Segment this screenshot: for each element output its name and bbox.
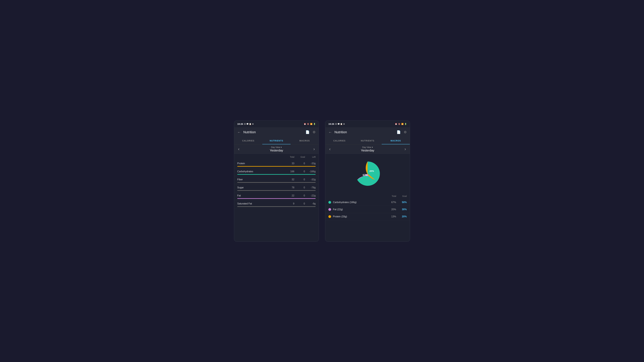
legend-goal-fat: 30%: [396, 208, 407, 211]
nutrient-total: 78: [284, 186, 294, 189]
nutrient-total: 166: [284, 170, 294, 173]
tab-macros[interactable]: MACROS: [290, 137, 319, 144]
legend-label-protein: Protein (33g): [333, 215, 386, 218]
signal-icon: 📶: [310, 123, 312, 125]
doc-icon[interactable]: 📄: [396, 130, 401, 134]
status-time: 19:26: [237, 123, 243, 125]
back-button[interactable]: ←: [328, 130, 332, 134]
settings-icon[interactable]: ⚙: [404, 130, 407, 134]
row-top: Fat 22 0 -22g: [237, 194, 316, 197]
col-total-header: Total: [392, 195, 396, 197]
col-goal-header: Goal: [402, 195, 407, 197]
legend-total-fat: 20%: [386, 208, 396, 211]
page-title: Nutrition: [243, 130, 306, 134]
table-row: Carbohydrates 166 0 -166g: [234, 168, 319, 176]
legend-label-fat: Fat (22g): [333, 208, 386, 211]
nutrient-bar-bg: [237, 166, 316, 167]
status-left: 19:26 🖼 💬 📋: [328, 123, 345, 125]
table-row: Saturated Fat 9 0 -9g: [234, 200, 319, 208]
nutrient-left: -166g: [305, 170, 316, 173]
nutrients-phone: 19:26 🖼 💬 📋 ⏰ 🔇 📶 🔋 ← Nutrition 📄 ⚙ CALO…: [234, 120, 319, 242]
col-left: Left: [305, 156, 316, 158]
legend-total-carbs: 67%: [386, 201, 396, 204]
status-left-icons: 🖼 💬 📋: [244, 123, 251, 125]
tab-macros[interactable]: MACROS: [382, 137, 410, 144]
dropdown-icon: ▾: [372, 146, 373, 148]
nutrient-bar-bg: [237, 190, 316, 191]
nutrient-total: 22: [284, 194, 294, 197]
status-right-icons: ⏰ 🔇 📶 🔋: [304, 123, 316, 125]
nutrient-name: Carbohydrates: [237, 170, 284, 173]
nutrient-bar-fill: [237, 166, 316, 167]
nutrient-goal: 0: [294, 202, 305, 205]
nutrient-left: -32g: [305, 178, 316, 181]
prev-arrow-icon: ‹: [238, 147, 239, 151]
prev-day-button[interactable]: ‹: [234, 147, 243, 151]
pie-chart: 67% 20%: [352, 158, 383, 189]
mute-icon: 🔇: [307, 123, 309, 125]
status-left: 19:26 🖼 💬 📋: [237, 123, 254, 125]
current-date: Yesterday: [243, 149, 310, 152]
macros-legend-row: Fat (22g) 20% 30%: [325, 206, 410, 213]
day-navigator: ‹ Day View ▾ Yesterday ›: [234, 144, 319, 154]
row-top: Protein 33 0 -33g: [237, 162, 316, 165]
macros-legend-row: Carbohydrates (166g) 67% 50%: [325, 199, 410, 206]
nutrient-bar-fill: [237, 182, 316, 183]
nutrient-name: Fiber: [237, 178, 284, 181]
next-day-button[interactable]: ›: [401, 147, 410, 151]
page-title: Nutrition: [334, 130, 396, 134]
col-total: Total: [284, 156, 294, 158]
next-day-button[interactable]: ›: [310, 147, 319, 151]
legend-goal-protein: 20%: [396, 215, 407, 218]
row-top: Fiber 32 0 -32g: [237, 178, 316, 181]
day-display: Day View ▾ Yesterday: [334, 146, 401, 152]
status-dot: [252, 123, 254, 125]
legend-label-carbs: Carbohydrates (166g): [333, 201, 386, 204]
alarm-icon: ⏰: [395, 123, 397, 125]
pie-label-fat: 20%: [370, 170, 374, 172]
legend-color-carbs: [328, 201, 331, 204]
table-row: Fat 22 0 -22g: [234, 192, 319, 200]
macros-phone: 19:26 🖼 💬 📋 ⏰ 🔇 📶 🔋 ← Nutrition 📄 ⚙ CALO…: [325, 120, 410, 242]
pie-slice-carbs: [357, 161, 380, 186]
day-display: Day View ▾ Yesterday: [243, 146, 310, 152]
view-label[interactable]: Day View ▾: [243, 146, 310, 148]
header-icons: 📄 ⚙: [306, 130, 316, 134]
app-header: ← Nutrition 📄 ⚙: [234, 127, 319, 137]
legend-goal-carbs: 50%: [396, 201, 407, 204]
tab-calories[interactable]: CALORIES: [325, 137, 354, 144]
nutrient-left: -9g: [305, 202, 316, 205]
status-bar: 19:26 🖼 💬 📋 ⏰ 🔇 📶 🔋: [325, 121, 410, 127]
col-goal: Goal: [294, 156, 305, 158]
settings-icon[interactable]: ⚙: [312, 130, 316, 134]
pie-label-carbs: 67%: [363, 174, 368, 176]
doc-icon[interactable]: 📄: [306, 130, 310, 134]
nutrient-goal: 0: [294, 162, 305, 165]
nutrient-left: -33g: [305, 162, 316, 165]
nutrient-total: 9: [284, 202, 294, 205]
app-header: ← Nutrition 📄 ⚙: [325, 127, 410, 137]
legend-total-protein: 13%: [386, 215, 396, 218]
row-top: Sugar 78 0 -78g: [237, 186, 316, 189]
mute-icon: 🔇: [398, 123, 400, 125]
nutrient-goal: 0: [294, 170, 305, 173]
signal-icon: 📶: [401, 123, 404, 125]
nutrient-bar-fill: [237, 206, 316, 207]
macros-table-header: Total Goal: [325, 193, 410, 199]
prev-day-button[interactable]: ‹: [325, 147, 334, 151]
nutrient-name: Fat: [237, 194, 284, 197]
row-top: Carbohydrates 166 0 -166g: [237, 170, 316, 173]
status-left-icons: 🖼 💬 📋: [335, 123, 342, 125]
nutrients-table: Total Goal Left Protein 33 0 -33g: [234, 154, 319, 208]
view-label[interactable]: Day View ▾: [334, 146, 401, 148]
status-bar: 19:26 🖼 💬 📋 ⏰ 🔇 📶 🔋: [234, 121, 319, 127]
back-button[interactable]: ←: [237, 130, 241, 134]
nutrient-bar-bg: [237, 198, 316, 199]
nutrient-name: Sugar: [237, 186, 284, 189]
tab-nutrients[interactable]: NUTRIENTS: [354, 137, 382, 144]
nutrient-name: Saturated Fat: [237, 202, 284, 205]
tab-calories[interactable]: CALORIES: [234, 137, 262, 144]
table-row: Sugar 78 0 -78g: [234, 184, 319, 192]
tab-nutrients[interactable]: NUTRIENTS: [262, 137, 290, 144]
header-icons: 📄 ⚙: [396, 130, 407, 134]
